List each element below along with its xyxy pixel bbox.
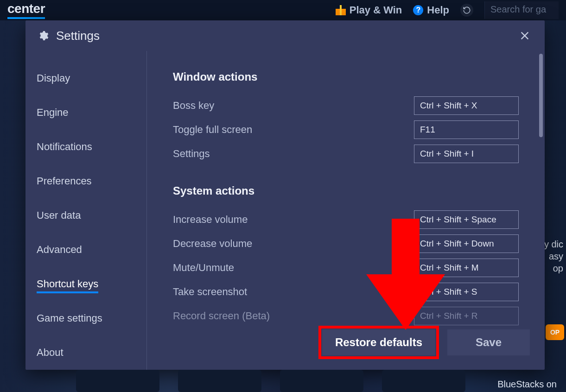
shortcut-row: Settings Ctrl + Shift + I	[173, 142, 519, 166]
sidebar-item-display[interactable]: Display	[25, 66, 146, 91]
shortcut-row: Boss key Ctrl + Shift + X	[173, 94, 519, 118]
history-button[interactable]	[460, 4, 473, 17]
sidebar-item-label: Game settings	[37, 312, 102, 324]
sidebar-item-label: User data	[37, 209, 81, 221]
restore-defaults-button[interactable]: Restore defaults	[322, 329, 435, 355]
shortcut-input-record[interactable]: Ctrl + Shift + R	[414, 307, 519, 325]
settings-content: Window actions Boss key Ctrl + Shift + X…	[147, 51, 545, 370]
modal-header: Settings	[25, 20, 545, 51]
section-title-window-actions: Window actions	[173, 70, 519, 83]
shortcut-label: Record screen (Beta)	[173, 310, 414, 322]
search-input[interactable]: Search for ga	[484, 1, 559, 19]
play-win-label: Play & Win	[350, 4, 402, 16]
background-right-text: y dic asy op	[544, 238, 563, 274]
shortcut-input-decrease-volume[interactable]: Ctrl + Shift + Down	[414, 234, 519, 253]
game-tile[interactable]	[382, 370, 465, 392]
sidebar-item-label: About	[37, 347, 64, 358]
brand-fragment: center	[7, 1, 45, 19]
play-and-win-link[interactable]: Play & Win	[336, 4, 402, 16]
sidebar-item-label: Preferences	[37, 175, 92, 187]
sidebar-item-about[interactable]: About	[25, 340, 146, 365]
shortcut-input-settings[interactable]: Ctrl + Shift + I	[414, 145, 519, 163]
shortcut-input-mute[interactable]: Ctrl + Shift + M	[414, 259, 519, 277]
shortcut-row: Increase volume Ctrl + Shift + Space	[173, 208, 519, 232]
close-button[interactable]	[517, 28, 533, 44]
sidebar-item-label: Engine	[37, 107, 69, 118]
modal-footer: Restore defaults Save	[147, 323, 539, 370]
shortcut-input-boss-key[interactable]: Ctrl + Shift + X	[414, 96, 519, 115]
shortcut-row: Toggle full screen F11	[173, 118, 519, 142]
app-topbar: center Play & Win ? Help Search for ga	[0, 0, 566, 20]
help-label: Help	[427, 4, 449, 16]
background-tiles	[70, 370, 566, 392]
gear-icon	[38, 30, 49, 41]
shortcut-input-fullscreen[interactable]: F11	[414, 120, 519, 139]
shortcut-row: Take screenshot Ctrl + Shift + S	[173, 280, 519, 304]
help-link[interactable]: ? Help	[413, 4, 449, 16]
modal-title: Settings	[56, 29, 100, 43]
sidebar-item-engine[interactable]: Engine	[25, 100, 146, 125]
sidebar-item-shortcut-keys[interactable]: Shortcut keys	[25, 272, 146, 297]
sidebar-item-label: Notifications	[37, 141, 92, 152]
game-tile[interactable]	[76, 370, 159, 392]
sidebar-item-label: Shortcut keys	[37, 278, 98, 293]
shortcut-input-increase-volume[interactable]: Ctrl + Shift + Space	[414, 210, 519, 229]
game-tile[interactable]	[280, 370, 363, 392]
top-badge: OP	[546, 324, 564, 340]
shortcut-label: Settings	[173, 148, 414, 160]
gift-icon	[336, 5, 346, 15]
sidebar-item-advanced[interactable]: Advanced	[25, 237, 146, 262]
sidebar-item-game-settings[interactable]: Game settings	[25, 306, 146, 331]
help-icon: ?	[413, 5, 423, 15]
settings-sidebar: Display Engine Notifications Preferences…	[25, 51, 147, 370]
shortcut-label: Decrease volume	[173, 238, 414, 250]
game-tile[interactable]	[178, 370, 261, 392]
shortcut-label: Increase volume	[173, 214, 414, 226]
section-title-system-actions: System actions	[173, 184, 519, 197]
shortcut-row: Mute/Unmute Ctrl + Shift + M	[173, 256, 519, 280]
sidebar-item-user-data[interactable]: User data	[25, 203, 146, 228]
shortcut-label: Boss key	[173, 100, 414, 112]
settings-modal: Settings Display Engine Notifications Pr…	[25, 20, 545, 370]
annotation-highlight-box: Restore defaults	[318, 326, 439, 359]
shortcut-label: Take screenshot	[173, 286, 414, 298]
shortcut-row: Decrease volume Ctrl + Shift + Down	[173, 232, 519, 256]
shortcut-label: Toggle full screen	[173, 124, 414, 136]
shortcut-input-screenshot[interactable]: Ctrl + Shift + S	[414, 283, 519, 301]
sidebar-item-label: Display	[37, 72, 70, 84]
scrollbar-thumb[interactable]	[539, 54, 543, 137]
sidebar-item-notifications[interactable]: Notifications	[25, 134, 146, 159]
background-footer-text: BlueStacks on	[497, 379, 557, 390]
sidebar-item-preferences[interactable]: Preferences	[25, 169, 146, 194]
shortcut-label: Mute/Unmute	[173, 262, 414, 274]
sidebar-item-label: Advanced	[37, 244, 82, 255]
save-button[interactable]: Save	[447, 329, 530, 355]
